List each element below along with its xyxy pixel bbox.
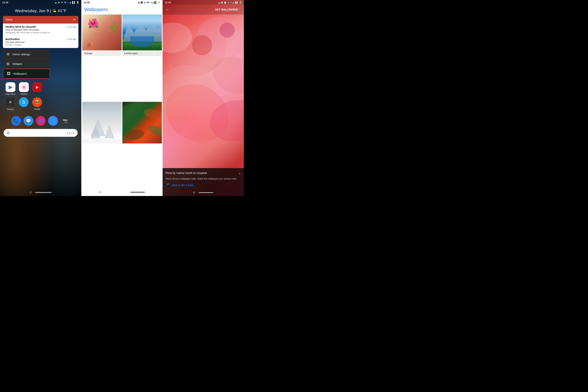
subject-2: Our best deal ever — [5, 41, 76, 44]
app-photos[interactable]: 🌸 Photos — [19, 82, 29, 96]
nav-bar-panel2: < — [81, 188, 163, 196]
app-camera[interactable]: 📷 — [60, 116, 70, 126]
back-button-panel3[interactable]: ← — [165, 7, 169, 12]
google-dot-red: ● — [69, 132, 70, 134]
google-logo: G — [7, 131, 10, 135]
app-row-1: ▶ Play Store 🌸 Photos ▶ — [0, 78, 81, 97]
back-chevron-panel3[interactable]: < — [193, 190, 195, 194]
edit-icon[interactable]: ✏ — [73, 18, 76, 22]
wallpaper-winter[interactable] — [82, 102, 122, 144]
wallpaper-grid: 🌺 🌿 🍂 Voyage Landscapes — [81, 14, 163, 188]
email-widget: Inbox ✏ Healthy Mind by Verywell 11:12 A… — [3, 16, 78, 48]
google-dot-green: ● — [73, 132, 74, 134]
app-phone[interactable]: 📞 — [11, 116, 21, 126]
app-chrome[interactable]: 🌐 — [48, 116, 58, 126]
battery-icon: 🔋 — [76, 1, 79, 4]
play-store-label: Play Store — [5, 93, 15, 96]
status-icons-panel2: ☁ 🖼 🐦 ✉ ● ▲ ▌▌ 🔋 — [138, 1, 160, 4]
wifi-icon: ▲ — [69, 1, 71, 4]
wallpaper-voyage[interactable]: 🌺 🌿 🍂 Voyage — [82, 14, 122, 56]
photo-credit-row: Photo by Catrina Farrell on Unsplash ⌄ — [165, 171, 241, 175]
context-item-home-settings[interactable]: ⚙ Home settings — [3, 50, 50, 59]
search-bar[interactable]: G ● ● ● ● — [3, 129, 78, 137]
app-swipe[interactable]: 🌀 — [36, 116, 46, 126]
image-icon: 🖼 — [140, 1, 143, 4]
weather-icon: 🌤 — [52, 8, 56, 13]
home-indicator-panel1 — [35, 192, 52, 193]
email-header: Inbox ✏ — [3, 16, 78, 24]
floral-svg — [163, 0, 244, 196]
widgets-icon: ⊞ — [6, 62, 9, 66]
home-settings-label: Home settings — [13, 53, 30, 56]
wallpapers-icon: 🖼 — [7, 72, 10, 76]
email-item-1[interactable]: Healthy Mind by Verywell 11:12 AM How to… — [3, 24, 78, 36]
twitter-icon2: 🐦 — [64, 1, 67, 4]
battery-icon2: 🔋 — [158, 1, 160, 4]
context-item-wallpapers[interactable]: 🖼 Wallpapers — [3, 69, 50, 78]
date-separator: | — [50, 8, 52, 13]
status-bar-panel1: 11:15 ☁ 🐦 ✉ 🐦 ● ▲ ▌▌ 🔋 — [0, 0, 81, 5]
app-reddit[interactable]: 👽 Reddit — [32, 97, 42, 110]
google-dot-blue: ● — [67, 132, 68, 134]
app-shazam[interactable]: S — [19, 97, 29, 110]
cloud-icon: ☁ — [54, 1, 57, 4]
signal-icon2: ▌▌ — [154, 1, 157, 4]
cloud-icon2: ☁ — [138, 1, 140, 4]
battery-icon3: 🔋 — [239, 1, 242, 4]
sender-1: Healthy Mind by Verywell — [5, 25, 36, 28]
home-indicator-panel2 — [130, 192, 145, 192]
settings-icon: ⚙ — [6, 52, 10, 56]
signal-icon3: ▌▌ — [235, 1, 238, 4]
wallpaper-preview-toolbar: ← SET WALLPAPER — [163, 4, 244, 15]
google-dot-yellow: ● — [71, 132, 72, 134]
svg-point-5 — [192, 35, 212, 55]
dot-icon2: ● — [149, 2, 150, 3]
twitter-icon1: 🐦 — [57, 1, 60, 4]
date-line: Wednesday, Jan 9 | 🌤 41°F — [0, 8, 81, 13]
app-messages[interactable]: 💬 — [23, 116, 33, 126]
context-menu: ⚙ Home settings ⊞ Widgets 🖼 Wallpapers — [3, 50, 50, 78]
app-partial[interactable]: ▶ — [32, 82, 42, 96]
twitter-icon4: 🐦 — [227, 1, 230, 4]
preview-2: Get $57 of meat — [5, 44, 56, 46]
play-store-icon: ▶ — [9, 84, 12, 90]
cloud-icon3: ☁ — [218, 1, 220, 4]
wallpapers-title: Wallpapers — [81, 5, 163, 14]
time-panel3: 11:15 — [165, 1, 171, 4]
app-row-2: # Games S 👽 Reddit — [0, 97, 81, 112]
context-item-widgets[interactable]: ⊞ Widgets — [3, 59, 50, 68]
mail-icon: ✉ — [61, 1, 63, 4]
time-1: 11:12 AM — [67, 26, 76, 28]
email-item-2[interactable]: ButcherBox 11:05 AM Our best deal ever G… — [3, 36, 78, 48]
camera-icon: 📷 — [63, 118, 68, 123]
wallpaper-tropical[interactable] — [122, 102, 162, 144]
time-panel2: 11:15 — [84, 1, 90, 4]
shazam-icon: S — [22, 100, 25, 105]
build-case-label[interactable]: BUILD MY CASE — [172, 184, 193, 187]
set-wallpaper-button[interactable]: SET WALLPAPER — [212, 6, 241, 13]
preview-1: Meditating with chocolate is simple enou… — [5, 31, 56, 34]
app-games[interactable]: # Games — [5, 97, 15, 110]
messages-icon: 💬 — [26, 118, 31, 123]
time-2: 11:05 AM — [67, 38, 76, 40]
landscapes-label: Landscapes — [122, 50, 162, 56]
photo-credit-text: Photo by Catrina Farrell on Unsplash — [165, 172, 207, 174]
games-label: Games — [7, 108, 14, 110]
app-play-store[interactable]: ▶ Play Store — [5, 82, 15, 96]
wallpaper-preview-panel: 11:15 ☁ 🖼 📋 🐦 ● ▲ ▌▌ 🔋 ← SET WALLPAPER P… — [163, 0, 244, 196]
twitter-icon3: 🐦 — [143, 1, 146, 4]
photos-label: Photos — [21, 93, 27, 96]
wifi-icon3: ▲ — [232, 1, 235, 4]
date-weather: Wednesday, Jan 9 | 🌤 41°F — [0, 5, 81, 16]
build-case-row[interactable]: 📱 BUILD MY CASE — [165, 183, 241, 188]
promo-text: Show off your wallpaper style. Make this… — [165, 177, 241, 180]
phone-icon: 📞 — [13, 118, 19, 123]
wallpaper-landscapes[interactable]: Landscapes — [122, 14, 162, 56]
subject-1: How to Meditate With Chocolate — [5, 28, 76, 31]
back-chevron-panel2[interactable]: < — [99, 190, 101, 194]
back-chevron-panel1[interactable]: < — [30, 190, 32, 194]
wallpapers-panel: 11:15 ☁ 🖼 🐦 ✉ ● ▲ ▌▌ 🔋 Wallpapers 🌺 🌿 🍂 … — [81, 0, 163, 196]
expand-icon[interactable]: ⌄ — [238, 171, 241, 175]
time-panel1: 11:15 — [2, 1, 8, 4]
status-bar-panel2: 11:15 ☁ 🖼 🐦 ✉ ● ▲ ▌▌ 🔋 — [81, 0, 163, 5]
